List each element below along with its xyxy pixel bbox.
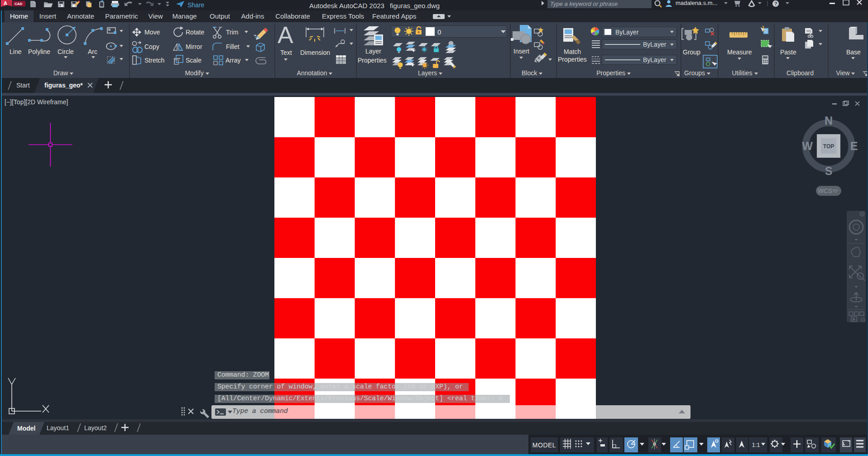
svg-text:Type a keyword or phrase: Type a keyword or phrase bbox=[550, 0, 618, 7]
svg-text:TOP: TOP bbox=[823, 143, 834, 150]
svg-text:Model: Model bbox=[17, 425, 35, 432]
svg-text:madalena.s.m...: madalena.s.m... bbox=[676, 0, 718, 6]
svg-text:A: A bbox=[4, 0, 7, 6]
svg-text:WCS: WCS bbox=[818, 187, 833, 194]
svg-text:Layout2: Layout2 bbox=[84, 424, 107, 432]
svg-text:Start: Start bbox=[16, 82, 30, 89]
svg-text:A: A bbox=[278, 24, 293, 48]
svg-text:S: S bbox=[825, 165, 833, 177]
svg-text:Layout1: Layout1 bbox=[47, 424, 69, 432]
svg-text:N: N bbox=[825, 114, 833, 127]
svg-text:E: E bbox=[850, 140, 858, 152]
svg-text:W: W bbox=[802, 140, 813, 152]
svg-text:CAD: CAD bbox=[14, 2, 23, 6]
svg-text:figuras_geo*: figuras_geo* bbox=[44, 82, 83, 89]
svg-text:?: ? bbox=[774, 1, 777, 6]
svg-text:0: 0 bbox=[437, 28, 441, 36]
